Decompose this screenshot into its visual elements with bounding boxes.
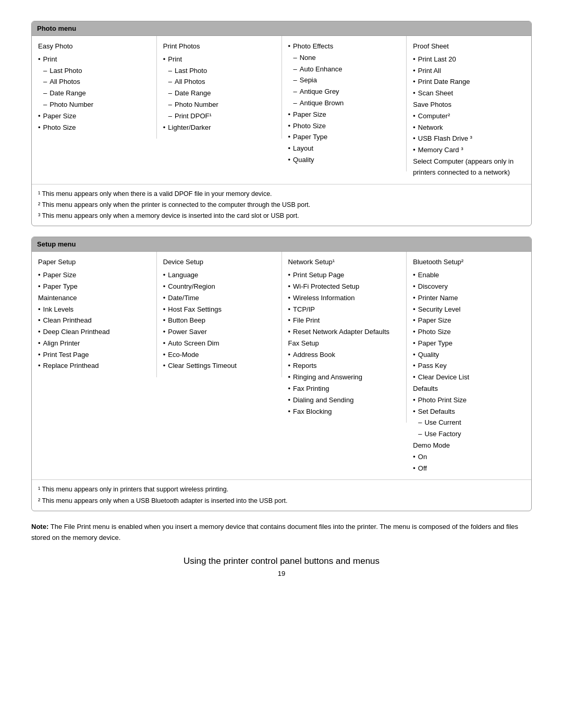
list-item: Reset Network Adapter Defaults <box>288 327 400 338</box>
list-item: Wi-Fi Protected Setup <box>288 281 400 292</box>
list-item: All Photos <box>38 77 150 88</box>
photo_menu-col-0: Easy PhotoPrintLast PhotoAll PhotosDate … <box>32 36 157 139</box>
footnote-item: ¹ This menu appears only when there is a… <box>38 189 525 200</box>
setup-menu-footnotes: ¹ This menu appears only in printers tha… <box>32 479 531 511</box>
note-section: Note: The File Print menu is enabled whe… <box>31 522 532 544</box>
list-item: Antique Brown <box>288 98 400 109</box>
list-item: Ink Levels <box>38 304 150 315</box>
list-item: Print Setup Page <box>288 270 400 281</box>
list-item: Paper Type <box>413 338 525 349</box>
setup_menu-col-2-title: Network Setup¹ <box>288 257 400 268</box>
list-item: Auto Enhance <box>288 64 400 75</box>
list-item: Fax Setup <box>288 338 400 349</box>
list-item: Button Beep <box>163 315 275 326</box>
list-item: Discovery <box>413 281 525 292</box>
photo-menu-header: Photo menu <box>32 21 531 35</box>
list-item: Host Fax Settings <box>163 304 275 315</box>
setup_menu-col-1: Device SetupLanguageCountry/RegionDate/T… <box>157 252 282 377</box>
setup-menu-body: Paper SetupPaper SizePaper TypeMaintenan… <box>32 251 531 479</box>
list-item: Print <box>38 54 150 65</box>
photo_menu-col-3: Proof SheetPrint Last 20Print AllPrint D… <box>407 36 531 184</box>
list-item: Scan Sheet <box>413 88 525 99</box>
photo_menu-col-1-title: Print Photos <box>163 41 275 52</box>
list-item: Paper Size <box>38 270 150 281</box>
list-item: Pass Key <box>413 361 525 372</box>
list-item: Quality <box>288 155 400 166</box>
list-item: Eco-Mode <box>163 350 275 361</box>
list-item: Set Defaults <box>413 406 525 417</box>
photo_menu-col-2: Photo EffectsNoneAuto EnhanceSepiaAntiqu… <box>282 36 407 171</box>
list-item: Print All <box>413 66 525 77</box>
list-item: Country/Region <box>163 281 275 292</box>
list-item: Use Factory <box>413 429 525 440</box>
list-item: Photo Size <box>288 121 400 132</box>
list-item: USB Flash Drive ³ <box>413 133 525 144</box>
setup_menu-col-0: Paper SetupPaper SizePaper TypeMaintenan… <box>32 252 157 377</box>
list-item: Enable <box>413 270 525 281</box>
list-item: Photo Size <box>413 327 525 338</box>
list-item: Paper Size <box>38 111 150 122</box>
list-item: Off <box>413 463 525 474</box>
list-item: Date/Time <box>163 293 275 304</box>
list-item: Print Last 20 <box>413 54 525 65</box>
list-item: Clear Settings Timeout <box>163 361 275 372</box>
setup_menu-col-1-title: Device Setup <box>163 257 275 268</box>
list-item: Photo Number <box>163 100 275 110</box>
page-title: Using the printer control panel buttons … <box>31 556 532 566</box>
list-item: Use Current <box>413 417 525 428</box>
footnote-item: ² This menu appears only when a USB Blue… <box>38 496 525 507</box>
list-item: Printer Name <box>413 293 525 304</box>
list-item: Print Date Range <box>413 77 525 88</box>
list-item: Memory Card ³ <box>413 145 525 156</box>
list-item: Date Range <box>163 88 275 99</box>
list-item: Wireless Information <box>288 293 400 304</box>
list-item: Computer² <box>413 111 525 122</box>
list-item: Select Computer (appears only in printer… <box>413 156 525 178</box>
photo-menu-footnotes: ¹ This menu appears only when there is a… <box>32 184 531 226</box>
list-item: Print Test Page <box>38 350 150 361</box>
list-item: Paper Type <box>38 281 150 292</box>
photo_menu-col-3-title: Proof Sheet <box>413 41 525 52</box>
list-item: Security Level <box>413 304 525 315</box>
list-item: Reports <box>288 361 400 372</box>
list-item: None <box>288 53 400 64</box>
list-item: Maintenance <box>38 293 150 304</box>
photo_menu-col-0-title: Easy Photo <box>38 41 150 52</box>
list-item: Photo Size <box>38 122 150 133</box>
list-item: Print DPOF¹ <box>163 111 275 122</box>
list-item: Save Photos <box>413 100 525 110</box>
photo-menu-table: Photo menu Easy PhotoPrintLast PhotoAll … <box>31 21 532 226</box>
list-item: Print <box>163 54 275 65</box>
list-item: Dialing and Sending <box>288 395 400 406</box>
list-item: File Print <box>288 315 400 326</box>
footnote-item: ² This menu appears only when the printe… <box>38 200 525 211</box>
setup-menu-header: Setup menu <box>32 237 531 251</box>
list-item: Fax Blocking <box>288 406 400 417</box>
list-item: Language <box>163 270 275 281</box>
list-item: Align Printer <box>38 338 150 349</box>
list-item: Clear Device List <box>413 372 525 383</box>
list-item: Paper Size <box>413 315 525 326</box>
setup_menu-col-3: Bluetooth Setup²EnableDiscoveryPrinter N… <box>407 252 531 479</box>
footnote-item: ³ This menu appears only when a memory d… <box>38 211 525 221</box>
list-item: Fax Printing <box>288 384 400 394</box>
list-item: Deep Clean Printhead <box>38 327 150 338</box>
list-item: Lighter/Darker <box>163 122 275 133</box>
list-item: Power Saver <box>163 327 275 338</box>
list-item: Last Photo <box>163 66 275 77</box>
list-item: Photo Number <box>38 100 150 110</box>
setup_menu-col-3-title: Bluetooth Setup² <box>413 257 525 268</box>
list-item: Last Photo <box>38 66 150 77</box>
note-label: Note: <box>31 523 51 530</box>
note-text: The File Print menu is enabled when you … <box>31 523 518 541</box>
list-item: Clean Printhead <box>38 315 150 326</box>
list-item: Network <box>413 122 525 133</box>
list-item: Sepia <box>288 75 400 86</box>
footnote-item: ¹ This menu appears only in printers tha… <box>38 484 525 495</box>
list-item: Quality <box>413 350 525 361</box>
photo_menu-col-1: Print PhotosPrintLast PhotoAll PhotosDat… <box>157 36 282 139</box>
list-item: Photo Effects <box>288 41 400 52</box>
setup-menu-table: Setup menu Paper SetupPaper SizePaper Ty… <box>31 237 532 511</box>
list-item: Paper Size <box>288 109 400 120</box>
list-item: Paper Type <box>288 132 400 143</box>
